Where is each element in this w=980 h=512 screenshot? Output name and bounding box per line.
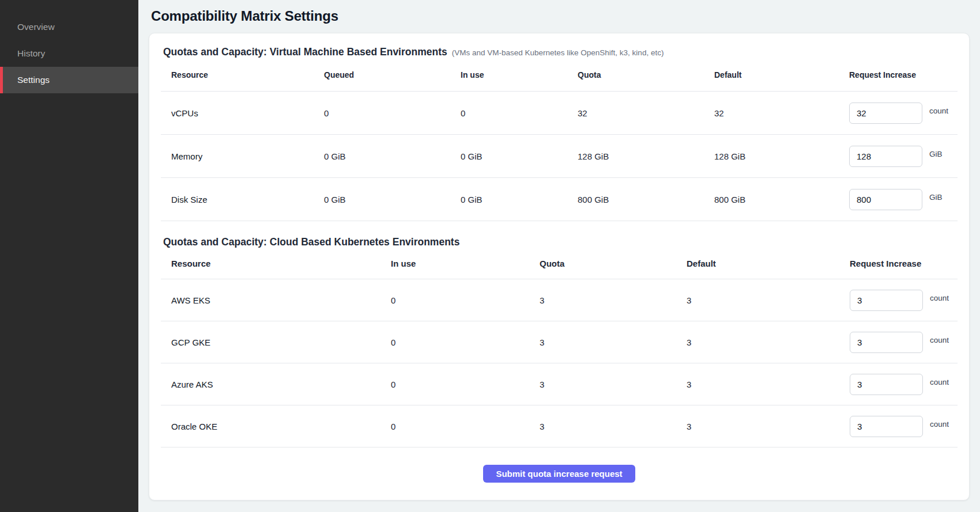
resource-name: Oracle OKE <box>161 422 391 431</box>
table-row-oracle-oke: Oracle OKE 0 3 3 count <box>161 405 958 447</box>
quota-value: 3 <box>540 337 687 347</box>
section-subtitle: (VMs and VM-based Kubernetes like OpenSh… <box>452 48 664 57</box>
default-value: 3 <box>687 337 850 347</box>
unit-label: GiB <box>929 193 943 202</box>
sidebar-item-settings[interactable]: Settings <box>0 67 138 93</box>
table-row-aws-eks: AWS EKS 0 3 3 count <box>161 279 958 321</box>
request-increase-cell: GiB <box>849 146 956 167</box>
resource-name: Memory <box>161 151 324 161</box>
column-header-resource: Resource <box>161 259 391 268</box>
request-increase-cell: GiB <box>849 189 956 210</box>
unit-label: count <box>930 294 949 302</box>
table-row-azure-aks: Azure AKS 0 3 3 count <box>161 363 958 405</box>
section-title-cloud-k8s: Quotas and Capacity: Cloud Based Kuberne… <box>163 236 958 248</box>
in-use-value: 0 <box>391 422 540 431</box>
column-header-in-use: In use <box>461 70 578 79</box>
default-value: 128 GiB <box>714 151 849 161</box>
sidebar-item-label: Overview <box>17 22 55 32</box>
default-value: 3 <box>687 295 850 305</box>
disk-size-request-input[interactable] <box>849 189 922 210</box>
resource-name: Disk Size <box>161 195 324 204</box>
vcpus-request-input[interactable] <box>849 103 922 124</box>
request-increase-cell: count <box>850 332 956 353</box>
in-use-value: 0 GiB <box>461 151 578 161</box>
memory-request-input[interactable] <box>849 146 922 167</box>
submit-quota-increase-button[interactable]: Submit quota increase request <box>483 465 635 483</box>
quota-value: 3 <box>540 380 687 389</box>
sidebar: Overview History Settings <box>0 0 138 512</box>
resource-name: Azure AKS <box>161 380 391 389</box>
submit-row: Submit quota increase request <box>161 465 958 492</box>
resource-name: GCP GKE <box>161 337 391 347</box>
in-use-value: 0 <box>461 108 578 118</box>
unit-label: GiB <box>929 150 943 158</box>
resource-name: vCPUs <box>161 108 324 118</box>
main-content: Compatibility Matrix Settings Quotas and… <box>138 0 980 512</box>
queued-value: 0 GiB <box>324 151 461 161</box>
in-use-value: 0 <box>391 295 540 305</box>
sidebar-item-history[interactable]: History <box>0 40 138 67</box>
request-increase-cell: count <box>850 374 956 395</box>
default-value: 3 <box>687 422 850 431</box>
column-header-quota: Quota <box>540 259 687 268</box>
section-title-text: Quotas and Capacity: Cloud Based Kuberne… <box>163 236 459 248</box>
sidebar-item-label: Settings <box>17 75 50 85</box>
unit-label: count <box>930 336 949 344</box>
default-value: 32 <box>714 108 849 118</box>
table-row-gcp-gke: GCP GKE 0 3 3 count <box>161 321 958 363</box>
column-header-queued: Queued <box>324 70 461 79</box>
queued-value: 0 <box>324 108 461 118</box>
column-header-quota: Quota <box>578 70 714 79</box>
section-title-vm: Quotas and Capacity: Virtual Machine Bas… <box>163 46 958 58</box>
gcp-gke-request-input[interactable] <box>850 332 923 353</box>
in-use-value: 0 <box>391 380 540 389</box>
column-header-request-increase: Request Increase <box>850 259 956 268</box>
table-row-memory: Memory 0 GiB 0 GiB 128 GiB 128 GiB GiB <box>161 135 958 178</box>
sidebar-item-label: History <box>17 48 45 59</box>
queued-value: 0 GiB <box>324 195 461 204</box>
section-cloud-k8s-environments: Quotas and Capacity: Cloud Based Kuberne… <box>161 236 958 447</box>
aws-eks-request-input[interactable] <box>850 290 923 311</box>
table-row-vcpus: vCPUs 0 0 32 32 count <box>161 92 958 135</box>
default-value: 800 GiB <box>714 195 849 204</box>
section-vm-environments: Quotas and Capacity: Virtual Machine Bas… <box>161 46 958 221</box>
request-increase-cell: count <box>849 103 956 124</box>
quota-value: 800 GiB <box>578 195 714 204</box>
unit-label: count <box>930 420 949 428</box>
in-use-value: 0 <box>391 337 540 347</box>
page-title: Compatibility Matrix Settings <box>151 8 970 24</box>
oracle-oke-request-input[interactable] <box>850 416 923 437</box>
request-increase-cell: count <box>850 416 956 437</box>
vm-table-header: Resource Queued In use Quota Default Req… <box>161 58 958 92</box>
table-row-disk-size: Disk Size 0 GiB 0 GiB 800 GiB 800 GiB Gi… <box>161 178 958 221</box>
default-value: 3 <box>687 380 850 389</box>
column-header-in-use: In use <box>391 259 540 268</box>
quota-value: 3 <box>540 422 687 431</box>
cloud-table-header: Resource In use Quota Default Request In… <box>161 248 958 279</box>
quota-value: 128 GiB <box>578 151 714 161</box>
in-use-value: 0 GiB <box>461 195 578 204</box>
column-header-resource: Resource <box>161 70 324 79</box>
sidebar-item-overview[interactable]: Overview <box>0 14 138 40</box>
unit-label: count <box>929 107 948 115</box>
section-title-text: Quotas and Capacity: Virtual Machine Bas… <box>163 46 447 58</box>
request-increase-cell: count <box>850 290 956 311</box>
column-header-request-increase: Request Increase <box>849 70 956 79</box>
settings-card: Quotas and Capacity: Virtual Machine Bas… <box>149 33 970 500</box>
quota-value: 32 <box>578 108 714 118</box>
azure-aks-request-input[interactable] <box>850 374 923 395</box>
resource-name: AWS EKS <box>161 295 391 305</box>
quota-value: 3 <box>540 295 687 305</box>
column-header-default: Default <box>687 259 850 268</box>
column-header-default: Default <box>714 70 849 79</box>
unit-label: count <box>930 378 949 386</box>
